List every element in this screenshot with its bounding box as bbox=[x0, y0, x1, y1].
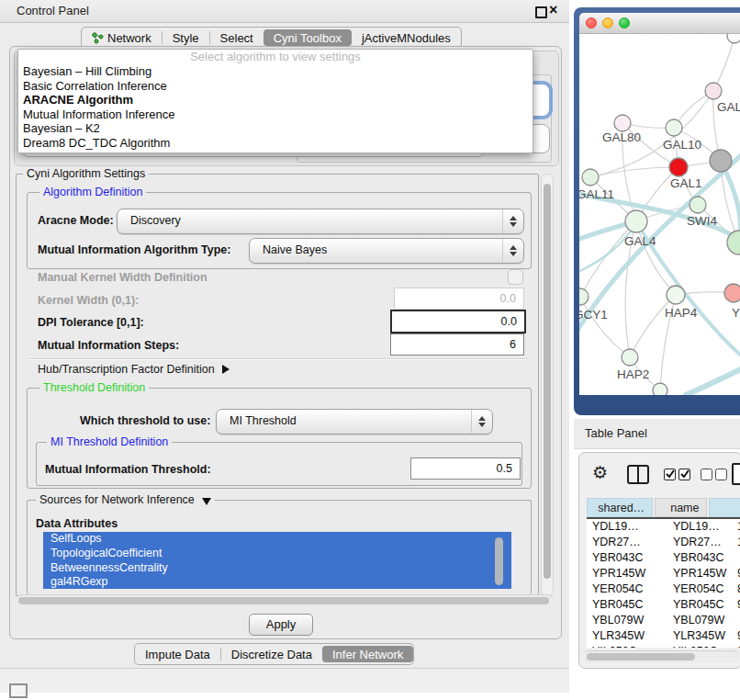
split-columns-icon[interactable] bbox=[627, 465, 649, 484]
table-row[interactable]: YDL19…YDL19…13 bbox=[587, 519, 740, 535]
network-canvas[interactable]: GALGAL80GAL10GAL1GAL11SWI4GAL4GCY1HAP4YH… bbox=[579, 34, 740, 395]
gear-icon[interactable]: ⚙ bbox=[592, 464, 608, 482]
data-attributes-list[interactable]: SelfLoopsTopologicalCoefficientBetweenne… bbox=[43, 532, 511, 589]
attribute-list-item[interactable]: gal4RGexp bbox=[43, 575, 511, 589]
column-header[interactable] bbox=[709, 498, 740, 517]
table-horizontal-scrollbar[interactable] bbox=[583, 650, 739, 662]
tab-style[interactable]: Style bbox=[163, 29, 209, 46]
node-label: SWI4 bbox=[687, 214, 717, 228]
table-cell: YBR045C bbox=[587, 597, 667, 613]
algorithm-option[interactable]: Dream8 DC_TDC Algorithm bbox=[18, 136, 533, 151]
table-cell: 9 bbox=[732, 644, 740, 648]
table-row[interactable]: YBL079WYBL079W bbox=[587, 613, 740, 628]
attribute-list-item[interactable]: TopologicalCoefficient bbox=[43, 547, 511, 561]
docked-panel-icon[interactable] bbox=[9, 683, 28, 698]
scrollbar-thumb[interactable] bbox=[544, 184, 551, 579]
network-node-salmon[interactable] bbox=[724, 284, 740, 302]
scrollbar-thumb[interactable] bbox=[587, 653, 695, 660]
node-label: GAL1 bbox=[670, 176, 702, 190]
kernel-width-field[interactable]: 0.0 bbox=[394, 288, 524, 310]
aracne-mode-combobox[interactable]: Discovery bbox=[117, 209, 524, 234]
tab-infer-network[interactable]: Infer Network bbox=[322, 646, 413, 662]
collapse-down-icon bbox=[202, 498, 211, 505]
apply-button[interactable]: Apply bbox=[249, 614, 313, 636]
float-window-icon[interactable] bbox=[535, 6, 547, 18]
algorithm-option[interactable]: Bayesian – K2 bbox=[18, 121, 533, 136]
table-body: YDL19…YDL19…13YDR27…YDR27…12YBR043CYBR04… bbox=[587, 519, 740, 648]
node-label: GAL4 bbox=[624, 234, 656, 248]
network-node-red[interactable] bbox=[669, 158, 688, 176]
manual-kernel-label: Manual Kernel Width Definition bbox=[38, 271, 207, 284]
deselect-checkbox-icon[interactable] bbox=[701, 469, 712, 480]
node-label: GCY1 bbox=[579, 308, 608, 322]
control-panel-window: Control Panel × Network Style Select Cyn… bbox=[0, 0, 569, 693]
hub-section-toggle[interactable]: Hub/Transcription Factor Definition bbox=[38, 363, 230, 376]
mi-threshold-title: MI Threshold Definition bbox=[47, 435, 172, 448]
list-scrollbar-thumb[interactable] bbox=[495, 537, 503, 585]
column-header[interactable]: shared… bbox=[587, 498, 653, 517]
table-row[interactable]: YIL052CYIL052C9 bbox=[587, 644, 740, 648]
network-node-gal80[interactable] bbox=[614, 115, 631, 131]
close-icon[interactable]: × bbox=[549, 1, 557, 19]
tab-jactivemnodules[interactable]: jActiveMNodules bbox=[352, 29, 461, 46]
network-node-pinkA[interactable] bbox=[705, 83, 722, 99]
network-edge[interactable] bbox=[630, 295, 676, 357]
table-row[interactable]: YBR045CYBR045C9. bbox=[587, 597, 740, 613]
attribute-list-item[interactable]: SelfLoops bbox=[43, 532, 511, 547]
scrollbar-thumb[interactable] bbox=[18, 597, 549, 604]
zoom-traffic-light-icon[interactable] bbox=[619, 17, 630, 28]
network-node-gal4[interactable] bbox=[625, 210, 647, 232]
network-edge[interactable] bbox=[590, 167, 678, 177]
network-node-hap2[interactable] bbox=[622, 349, 638, 366]
dpi-tolerance-field[interactable]: 0.0 bbox=[390, 310, 526, 333]
mi-threshold-field[interactable]: 0.5 bbox=[410, 457, 521, 480]
table-row[interactable]: YER054CYER054C8. bbox=[587, 581, 740, 597]
tab-cyni-toolbox[interactable]: Cyni Toolbox bbox=[263, 29, 352, 46]
attribute-list-item[interactable]: BetweennessCentrality bbox=[43, 561, 511, 576]
control-panel-titlebar: Control Panel × bbox=[0, 0, 569, 23]
algorithm-option[interactable]: Mutual Information Inference bbox=[18, 107, 533, 122]
network-node-gal10[interactable] bbox=[666, 119, 682, 136]
network-view-window: GALGAL80GAL10GAL1GAL11SWI4GAL4GCY1HAP4YH… bbox=[574, 7, 740, 415]
deselect-checkbox-icon[interactable] bbox=[715, 469, 727, 480]
network-node-topcut[interactable] bbox=[727, 34, 740, 43]
network-edge[interactable] bbox=[580, 297, 630, 357]
network-node-gcy1[interactable] bbox=[579, 288, 589, 305]
data-attributes-label: Data Attributes bbox=[36, 517, 118, 530]
settings-horizontal-scrollbar[interactable] bbox=[17, 594, 553, 605]
network-node-hap4[interactable] bbox=[667, 286, 685, 304]
node-label: GAL10 bbox=[663, 138, 701, 152]
sources-group-title[interactable]: Sources for Network Inference bbox=[36, 493, 215, 506]
combo-arrows-icon bbox=[502, 209, 523, 233]
tab-discretize-data[interactable]: Discretize Data bbox=[221, 646, 322, 662]
algorithm-option[interactable]: ARACNE Algorithm bbox=[18, 93, 533, 107]
column-header[interactable]: name bbox=[655, 498, 707, 517]
mi-type-combobox[interactable]: Naive Bayes bbox=[249, 238, 524, 264]
select-all-checkbox-icon[interactable] bbox=[664, 469, 676, 480]
algorithm-option[interactable]: Bayesian – Hill Climbing bbox=[18, 64, 533, 79]
tab-network[interactable]: Network bbox=[82, 29, 162, 46]
tab-select[interactable]: Select bbox=[210, 29, 263, 46]
file-icon[interactable] bbox=[732, 463, 740, 485]
settings-vertical-scrollbar[interactable] bbox=[541, 174, 554, 596]
minimize-traffic-light-icon[interactable] bbox=[602, 17, 613, 28]
which-threshold-combobox[interactable]: MI Threshold bbox=[216, 409, 493, 435]
select-all-checkbox-icon[interactable] bbox=[678, 469, 690, 480]
network-node-swi4[interactable] bbox=[690, 197, 706, 213]
table-row[interactable]: YLR345WYLR345W9. bbox=[587, 628, 740, 644]
close-traffic-light-icon[interactable] bbox=[586, 17, 597, 28]
network-node-gal11[interactable] bbox=[582, 169, 599, 186]
table-cell: YDL19… bbox=[667, 519, 732, 535]
table-row[interactable]: YBR043CYBR043C bbox=[587, 550, 740, 566]
network-window-titlebar bbox=[579, 13, 740, 34]
network-node-bottom[interactable] bbox=[653, 383, 667, 395]
mi-steps-field[interactable]: 6 bbox=[390, 333, 524, 356]
table-row[interactable]: YDR27…YDR27…12 bbox=[587, 535, 740, 550]
manual-kernel-checkbox[interactable] bbox=[508, 269, 523, 285]
node-table: shared…name YDL19…YDL19…13YDR27…YDR27…12… bbox=[587, 498, 740, 648]
network-node-gray[interactable] bbox=[710, 150, 732, 172]
algorithm-option[interactable]: Basic Correlation Inference bbox=[18, 79, 533, 94]
table-cell: YIL052C bbox=[587, 644, 667, 648]
table-row[interactable]: YPR145WYPR145W9. bbox=[587, 566, 740, 581]
tab-impute-data[interactable]: Impute Data bbox=[135, 646, 220, 662]
